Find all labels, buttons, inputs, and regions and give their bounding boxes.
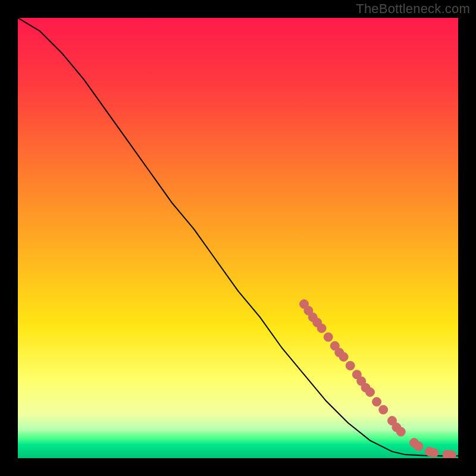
gradient-background xyxy=(18,18,458,458)
chart-frame: TheBottleneck.com xyxy=(0,0,476,476)
data-point-marker xyxy=(346,361,355,370)
plot-area xyxy=(18,18,458,458)
data-point-marker xyxy=(372,397,381,406)
data-point-marker xyxy=(414,442,423,451)
data-point-marker xyxy=(339,352,348,361)
data-point-marker xyxy=(317,324,326,333)
watermark-text: TheBottleneck.com xyxy=(356,1,470,17)
data-point-marker xyxy=(366,388,375,397)
data-point-marker xyxy=(447,450,456,458)
chart-svg xyxy=(18,18,458,458)
data-point-marker xyxy=(379,405,388,414)
data-point-marker xyxy=(396,427,405,436)
data-point-marker xyxy=(430,449,439,458)
data-point-marker xyxy=(324,333,333,342)
